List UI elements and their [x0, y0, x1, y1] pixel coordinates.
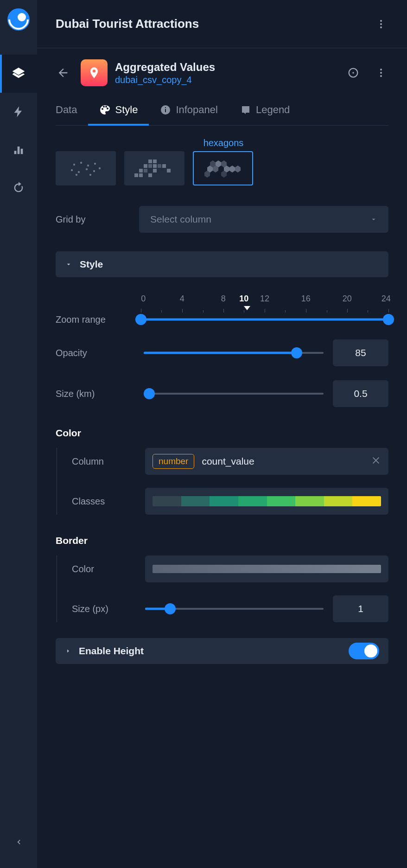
nav-layers[interactable] [0, 55, 37, 93]
border-color-row: Color [72, 555, 388, 582]
squares-icon [134, 158, 174, 179]
svg-rect-32 [167, 169, 171, 172]
svg-point-6 [380, 72, 382, 74]
svg-rect-35 [148, 173, 152, 177]
zoom-range-slider[interactable] [141, 313, 388, 326]
info-icon [160, 104, 171, 115]
tab-style-label: Style [115, 104, 138, 116]
zoom-thumb-min[interactable] [135, 314, 146, 325]
size-km-slider[interactable] [144, 388, 324, 399]
zoom-thumb-max[interactable] [383, 314, 394, 325]
svg-point-18 [93, 170, 95, 172]
border-size-slider[interactable] [145, 603, 324, 614]
opacity-value[interactable]: 85 [333, 339, 388, 366]
style-section-header[interactable]: Style [56, 251, 388, 277]
zoom-tick: 24 [382, 294, 391, 304]
center-layer-button[interactable] [344, 64, 362, 82]
svg-point-7 [380, 75, 382, 77]
chevron-down-icon [370, 216, 377, 223]
nav-refresh[interactable] [0, 169, 37, 207]
layer-header: Aggregated Values dubai_csv_copy_4 [37, 48, 407, 96]
column-type-chip: number [153, 454, 194, 469]
border-size-value[interactable]: 1 [333, 595, 388, 622]
clear-column-button[interactable] [371, 455, 381, 467]
layers-icon [11, 66, 26, 81]
arrow-left-icon [57, 66, 70, 79]
size-km-value[interactable]: 0.5 [333, 380, 388, 407]
column-name: count_value [202, 456, 363, 467]
border-color-select[interactable] [145, 555, 388, 582]
tab-data-label: Data [56, 104, 77, 116]
opacity-row: Opacity 85 [56, 339, 388, 366]
layer-type-icon [81, 59, 108, 86]
svg-point-12 [80, 162, 82, 164]
svg-point-20 [76, 174, 77, 176]
color-classes-label: Classes [72, 496, 136, 507]
svg-point-19 [99, 167, 101, 169]
color-classes-row: Classes [72, 488, 388, 515]
size-km-thumb[interactable] [144, 388, 155, 399]
enable-height-section[interactable]: Enable Height [56, 638, 388, 664]
svg-point-14 [94, 163, 96, 165]
border-color-ramp [153, 565, 381, 573]
style-section-label: Style [80, 259, 103, 270]
svg-point-13 [87, 165, 89, 166]
svg-rect-26 [153, 164, 157, 168]
border-size-thumb[interactable] [165, 603, 176, 614]
layer-menu-button[interactable] [372, 64, 390, 82]
grid-by-row: Grid by Select column [56, 206, 388, 233]
grid-by-select[interactable]: Select column [139, 206, 388, 233]
color-column-label: Column [72, 456, 136, 467]
legend-icon [240, 104, 251, 115]
viz-hexagons[interactable] [193, 151, 253, 185]
palette-icon [99, 104, 110, 115]
opacity-slider[interactable] [144, 347, 324, 358]
viz-squares[interactable] [124, 151, 184, 185]
kebab-icon [375, 67, 387, 78]
enable-height-toggle[interactable] [349, 643, 379, 659]
sidebar-collapse[interactable] [0, 833, 37, 851]
svg-rect-33 [134, 173, 138, 177]
svg-rect-23 [153, 160, 157, 163]
page-menu-button[interactable] [372, 15, 390, 33]
svg-rect-31 [153, 169, 157, 172]
color-group: Column number count_value Classes [57, 448, 388, 515]
tab-infopanel[interactable]: Infopanel [149, 104, 229, 125]
tab-legend[interactable]: Legend [229, 104, 301, 125]
svg-marker-42 [229, 166, 235, 172]
svg-point-4 [352, 72, 354, 74]
layer-title: Aggregated Values [115, 61, 337, 74]
nav-charts[interactable] [0, 131, 37, 169]
zoom-range-control: 0 4 8 10 12 16 20 24 Zoom range [56, 294, 388, 326]
border-size-row: Size (px) 1 [72, 595, 388, 622]
svg-point-11 [73, 164, 75, 166]
zoom-tick: 12 [260, 294, 269, 304]
color-column-select[interactable]: number count_value [145, 448, 388, 475]
viz-points[interactable] [56, 151, 116, 185]
color-ramp-select[interactable] [145, 488, 388, 515]
tab-data[interactable]: Data [56, 104, 88, 125]
layer-source-link[interactable]: dubai_csv_copy_4 [115, 75, 337, 85]
svg-rect-10 [165, 107, 166, 108]
zoom-tick-labels: 0 4 8 10 12 16 20 24 [141, 294, 388, 305]
svg-rect-25 [148, 164, 152, 168]
app-logo[interactable] [7, 8, 30, 31]
back-button[interactable] [53, 63, 73, 83]
kebab-icon [375, 19, 387, 30]
svg-point-16 [78, 171, 80, 173]
svg-rect-9 [165, 109, 166, 112]
tab-style[interactable]: Style [88, 104, 149, 125]
svg-rect-28 [162, 164, 166, 168]
svg-rect-24 [144, 164, 147, 168]
toggle-knob [364, 645, 377, 657]
nav-actions[interactable] [0, 93, 37, 131]
pin-icon [88, 66, 101, 79]
close-icon [371, 455, 381, 466]
zoom-tick: 16 [301, 294, 311, 304]
color-section-title: Color [56, 428, 388, 439]
page-title: Dubai Tourist Attractions [56, 17, 199, 31]
zoom-tick-current: 10 [239, 294, 248, 304]
opacity-label: Opacity [56, 348, 134, 358]
svg-rect-30 [144, 169, 147, 172]
opacity-thumb[interactable] [291, 347, 302, 358]
